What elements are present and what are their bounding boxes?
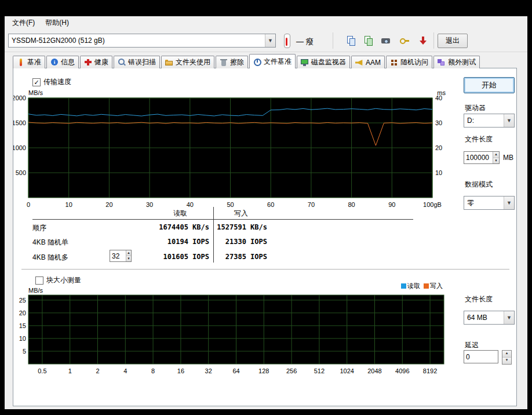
tab-folder-usage[interactable]: 文件夹使用 xyxy=(161,56,214,68)
tab-file-benchmark[interactable]: 文件基准 xyxy=(249,54,296,68)
copy-text-button[interactable] xyxy=(343,33,359,48)
spin-down-button[interactable]: ▼ xyxy=(502,358,511,364)
chevron-down-icon: ▼ xyxy=(504,196,514,209)
chevron-down-icon: ▼ xyxy=(504,311,514,324)
monitor-icon xyxy=(301,59,309,66)
svg-text:30: 30 xyxy=(435,119,442,126)
file-length-unit: MB xyxy=(503,154,513,162)
start-button[interactable]: 开始 xyxy=(464,77,515,93)
menu-file[interactable]: 文件(F) xyxy=(7,16,40,30)
read-column-header: 读取 xyxy=(151,209,209,219)
toolbar: YSSDM-512GN2000 (512 gB) ▼ — 癈 退出 xyxy=(5,29,527,52)
random-single-write-value: 21330 IOPS xyxy=(216,238,267,246)
file-length-label: 文件长度 xyxy=(465,134,493,144)
download-button[interactable] xyxy=(415,33,431,48)
thermometer-icon xyxy=(284,34,290,48)
svg-text:15: 15 xyxy=(19,322,26,329)
speaker-icon xyxy=(355,59,363,66)
random-multi-write-value: 27385 IOPS xyxy=(216,253,267,261)
squares-icon xyxy=(438,59,446,66)
tab-erase[interactable]: 擦除 xyxy=(216,56,248,68)
spinner-updown: ▲▼ xyxy=(493,152,499,163)
svg-text:10: 10 xyxy=(19,335,26,342)
svg-text:MB/s: MB/s xyxy=(28,287,43,294)
device-select-value: YSSDM-512GN2000 (512 gB) xyxy=(9,37,265,45)
tab-health[interactable]: 健康 xyxy=(80,56,112,68)
block-size-checkbox[interactable]: 块大小测量 xyxy=(35,275,81,285)
health-cross-icon xyxy=(84,59,92,66)
data-mode-value: 零 xyxy=(464,198,504,208)
screenshot-button[interactable] xyxy=(378,33,393,48)
svg-text:8192: 8192 xyxy=(423,367,437,374)
svg-text:1000: 1000 xyxy=(13,144,26,151)
svg-text:40: 40 xyxy=(187,201,194,208)
tab-benchmark[interactable]: 基准 xyxy=(13,56,45,68)
svg-text:70: 70 xyxy=(308,201,315,208)
table-column-divider xyxy=(213,207,214,263)
block-file-length-value: 64 MB xyxy=(464,314,504,322)
options-button[interactable] xyxy=(396,33,412,48)
download-icon xyxy=(418,36,428,45)
svg-text:2048: 2048 xyxy=(367,367,381,374)
transfer-speed-checkbox[interactable]: ✓ 传输速度 xyxy=(32,77,71,87)
block-file-length-label: 文件长度 xyxy=(465,294,493,304)
tab-label: 基准 xyxy=(27,57,41,67)
checkbox-checked-icon: ✓ xyxy=(32,78,41,86)
svg-text:20: 20 xyxy=(435,144,442,151)
tab-random-access[interactable]: 随机访问 xyxy=(386,56,432,68)
spin-up-button[interactable]: ▲ xyxy=(502,351,511,358)
spin-up-button[interactable]: ▲ xyxy=(493,152,499,158)
tab-label: 文件基准 xyxy=(264,57,291,67)
svg-text:8: 8 xyxy=(151,367,155,374)
temperature-value: — 癈 xyxy=(296,37,314,47)
svg-text:20: 20 xyxy=(19,310,26,316)
info-icon xyxy=(50,59,59,66)
copy-image-button[interactable] xyxy=(360,33,376,48)
checkbox-label: 块大小测量 xyxy=(46,275,81,285)
transfer-speed-chart: 2000150010005004030201001020304050607080… xyxy=(13,88,465,212)
tab-info[interactable]: 信息 xyxy=(46,56,79,68)
tab-label: 随机访问 xyxy=(400,57,428,67)
file-length-spinner[interactable]: ▲▼ xyxy=(464,151,500,164)
svg-text:4096: 4096 xyxy=(395,367,409,374)
drive-select[interactable]: D: ▼ xyxy=(464,114,515,128)
svg-text:50: 50 xyxy=(227,201,234,208)
svg-text:128: 128 xyxy=(258,367,269,374)
svg-text:4: 4 xyxy=(123,367,127,374)
block-file-length-select[interactable]: 64 MB ▼ xyxy=(464,311,515,325)
device-select[interactable]: YSSDM-512GN2000 (512 gB) ▼ xyxy=(8,34,276,48)
write-column-header: 写入 xyxy=(212,209,270,219)
menu-help[interactable]: 帮助(H) xyxy=(40,16,74,30)
svg-text:500: 500 xyxy=(16,169,26,176)
tab-aam[interactable]: AAM xyxy=(351,56,385,68)
tab-disk-monitor[interactable]: 磁盘监视器 xyxy=(297,56,350,68)
data-mode-select[interactable]: 零 ▼ xyxy=(464,196,515,210)
svg-text:90: 90 xyxy=(388,201,395,208)
checkbox-label: 传输速度 xyxy=(43,77,71,87)
svg-text:0.5: 0.5 xyxy=(38,367,46,374)
exit-button[interactable]: 退出 xyxy=(438,34,468,48)
svg-text:256: 256 xyxy=(286,367,297,374)
delay-label: 延迟 xyxy=(465,340,479,350)
file-length-input[interactable] xyxy=(464,152,493,163)
random-multi-read-value: 101605 IOPS xyxy=(116,253,209,261)
tab-label: 文件夹使用 xyxy=(176,57,210,67)
tab-error-scan[interactable]: 错误扫描 xyxy=(114,56,160,68)
tab-label: 健康 xyxy=(94,57,108,67)
tab-label: 错误扫描 xyxy=(128,57,156,67)
tab-extra-tests[interactable]: 额外测试 xyxy=(433,56,480,68)
chevron-down-icon: ▼ xyxy=(504,114,514,127)
svg-text:60: 60 xyxy=(267,201,274,208)
row-sequential-label: 顺序 xyxy=(32,223,46,233)
delay-input[interactable] xyxy=(464,350,498,363)
svg-text:32: 32 xyxy=(205,367,212,374)
svg-text:1500: 1500 xyxy=(13,119,26,126)
svg-text:10: 10 xyxy=(65,201,72,208)
checkbox-unchecked-icon xyxy=(35,276,43,285)
copy-icon xyxy=(347,36,356,45)
app-window: 文件(F) 帮助(H) YSSDM-512GN2000 (512 gB) ▼ —… xyxy=(5,16,527,409)
row-4k-random-single-label: 4KB 随机单 xyxy=(32,238,68,247)
tab-label: 信息 xyxy=(61,57,75,67)
file-benchmark-panel: ✓ 传输速度 200015001000500403020100102030405… xyxy=(13,68,517,406)
spin-down-button[interactable]: ▼ xyxy=(493,158,499,164)
